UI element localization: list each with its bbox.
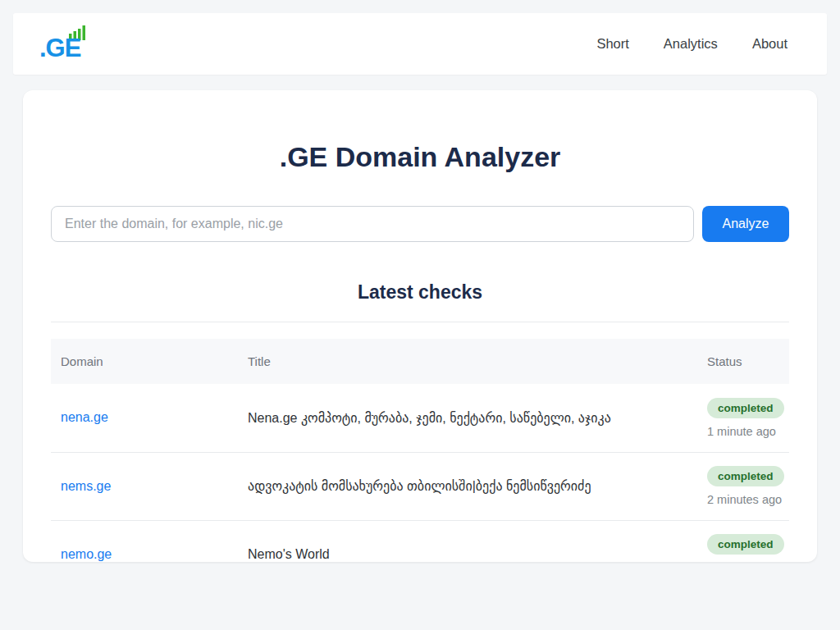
- latest-checks-table: Domain Title Status nena.geNena.ge კომპო…: [51, 339, 789, 562]
- page-title: .GE Domain Analyzer: [51, 141, 789, 173]
- check-timestamp: 1 minute ago: [707, 425, 779, 438]
- table-row: nemo.geNemo's Worldcompleted2 minutes ag…: [51, 520, 789, 562]
- domain-link[interactable]: nena.ge: [61, 410, 108, 424]
- logo-text: .GE: [39, 35, 80, 61]
- domain-link[interactable]: nems.ge: [61, 479, 111, 493]
- site-title-text: ადვოკატის მომსახურება თბილისში|ბექა ნემს…: [248, 479, 591, 493]
- column-header-status: Status: [697, 339, 789, 384]
- table-row: nems.geადვოკატის მომსახურება თბილისში|ბე…: [51, 452, 789, 520]
- latest-checks-heading: Latest checks: [51, 281, 789, 304]
- status-badge: completed: [707, 466, 784, 486]
- section-divider: [51, 322, 789, 322]
- domain-search-row: Analyze: [51, 206, 789, 242]
- nav-item-short[interactable]: Short: [596, 36, 628, 52]
- domain-link[interactable]: nemo.ge: [61, 547, 112, 561]
- nav-item-about[interactable]: About: [752, 36, 788, 52]
- main-nav: Short Analytics About: [596, 36, 788, 52]
- status-badge: completed: [707, 398, 784, 418]
- check-timestamp: 2 minutes ago: [707, 493, 779, 506]
- status-badge: completed: [707, 534, 784, 555]
- site-title-text: Nemo's World: [248, 547, 330, 561]
- site-title-text: Nena.ge კომპოტი, მურაბა, ჯემი, ნექტარი, …: [248, 411, 611, 425]
- analyzer-card: .GE Domain Analyzer Analyze Latest check…: [23, 90, 817, 562]
- table-header-row: Domain Title Status: [51, 339, 789, 384]
- top-navigation-bar: .GE Short Analytics About: [13, 13, 827, 75]
- column-header-title: Title: [238, 339, 697, 384]
- analyze-button[interactable]: Analyze: [702, 206, 789, 242]
- domain-search-input[interactable]: [51, 206, 694, 242]
- check-timestamp: 2 minutes ago: [707, 561, 779, 562]
- nav-item-analytics[interactable]: Analytics: [664, 36, 718, 52]
- table-row: nena.geNena.ge კომპოტი, მურაბა, ჯემი, ნე…: [51, 384, 789, 452]
- site-logo[interactable]: .GE: [39, 28, 90, 61]
- column-header-domain: Domain: [51, 339, 238, 384]
